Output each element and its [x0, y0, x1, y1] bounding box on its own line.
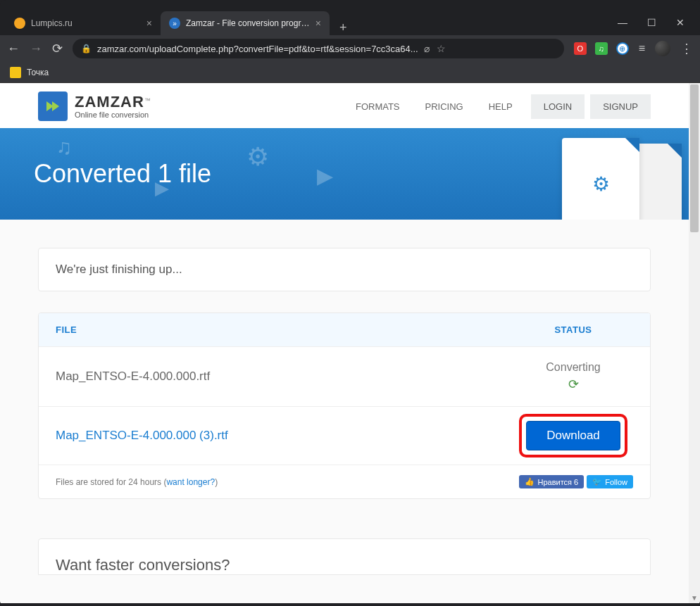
lock-icon: 🔒: [81, 44, 92, 53]
hero-banner: ♫ ▶ ⚙ ▶ 📋 ⚙ ⚙ Converted 1 file: [0, 128, 689, 220]
logo-name: ZAMZAR: [75, 93, 144, 111]
logo-tagline: Online file conversion: [75, 111, 151, 119]
tab-title: Zamzar - File conversion progres: [186, 18, 310, 28]
tab-strip: Lumpics.ru × » Zamzar - File conversion …: [0, 10, 700, 35]
promo-card: Want faster conversions?: [38, 538, 651, 575]
want-longer-link[interactable]: want longer?: [166, 477, 215, 487]
extension-icon[interactable]: ⊕: [616, 42, 629, 55]
column-header-status: STATUS: [513, 324, 633, 335]
file-name-link[interactable]: Map_ENTSO-E-4.000.000 (3).rtf: [56, 429, 513, 443]
forward-button[interactable]: →: [30, 42, 42, 56]
page-title: Converted 1 file: [34, 159, 211, 189]
scroll-thumb[interactable]: [690, 84, 699, 232]
close-button[interactable]: ✕: [676, 17, 685, 28]
extension-icon[interactable]: ♫: [595, 42, 608, 55]
bookmark-item[interactable]: Точка: [27, 68, 49, 77]
address-bar[interactable]: 🔒 zamzar.com/uploadComplete.php?convertF…: [73, 39, 564, 58]
browser-tab[interactable]: Lumpics.ru ×: [6, 11, 161, 35]
reload-button[interactable]: ⟳: [52, 41, 63, 56]
nav-pricing[interactable]: PRICING: [413, 94, 476, 119]
reading-list-icon[interactable]: ≡: [639, 42, 645, 55]
favicon: »: [169, 18, 180, 29]
download-button[interactable]: Download: [526, 421, 620, 450]
browser-tab[interactable]: » Zamzar - File conversion progres ×: [161, 11, 330, 35]
translate-icon[interactable]: ⌀: [424, 43, 430, 54]
table-row: Map_ENTSO-E-4.000.000.rtf Converting ⟳: [39, 346, 650, 406]
login-button[interactable]: LOGIN: [531, 94, 585, 119]
column-header-file: FILE: [56, 324, 513, 335]
star-icon[interactable]: ☆: [437, 43, 446, 54]
logo[interactable]: ZAMZAR™ Online file conversion: [38, 91, 151, 121]
maximize-button[interactable]: ☐: [647, 17, 656, 28]
signup-button[interactable]: SIGNUP: [590, 94, 651, 119]
table-row: Map_ENTSO-E-4.000.000 (3).rtf Download: [39, 406, 650, 465]
facebook-like-button[interactable]: 👍 Нравится 6: [519, 475, 584, 488]
logo-icon: [38, 91, 68, 121]
browser-toolbar: ← → ⟳ 🔒 zamzar.com/uploadComplete.php?co…: [0, 35, 700, 62]
refresh-icon: ⟳: [513, 377, 633, 392]
status-text: We're just finishing up...: [56, 263, 633, 277]
status-converting: Converting: [546, 361, 600, 373]
scroll-down-icon[interactable]: ▼: [689, 592, 700, 603]
close-icon[interactable]: ×: [146, 18, 152, 29]
files-table: FILE STATUS Map_ENTSO-E-4.000.000.rtf Co…: [38, 313, 651, 499]
profile-avatar[interactable]: [655, 41, 670, 56]
nav-formats[interactable]: FORMATS: [343, 94, 413, 119]
file-name: Map_ENTSO-E-4.000.000.rtf: [56, 370, 513, 384]
minimize-button[interactable]: —: [618, 17, 627, 28]
status-card: We're just finishing up...: [38, 248, 651, 291]
bookmarks-bar: Точка: [0, 62, 700, 83]
table-footer: Files are stored for 24 hours (want long…: [39, 465, 650, 498]
tab-title: Lumpics.ru: [31, 18, 141, 28]
scrollbar[interactable]: ▲ ▼: [689, 83, 700, 603]
site-header: ZAMZAR™ Online file conversion FORMATS P…: [0, 83, 689, 128]
storage-note: Files are stored for 24 hours (: [56, 477, 166, 487]
back-button[interactable]: ←: [7, 42, 20, 56]
new-tab-button[interactable]: +: [330, 20, 357, 35]
bookmark-folder-icon: [10, 67, 21, 78]
extension-icon[interactable]: O: [574, 42, 587, 55]
twitter-follow-button[interactable]: 🐦 Follow: [587, 475, 633, 488]
favicon: [14, 18, 25, 29]
nav-help[interactable]: HELP: [476, 94, 525, 119]
close-icon[interactable]: ×: [315, 18, 321, 29]
menu-button[interactable]: ⋮: [680, 41, 693, 56]
promo-title: Want faster conversions?: [56, 556, 633, 574]
url-text: zamzar.com/uploadComplete.php?convertFil…: [97, 44, 418, 54]
gear-icon: ⚙: [592, 172, 610, 196]
